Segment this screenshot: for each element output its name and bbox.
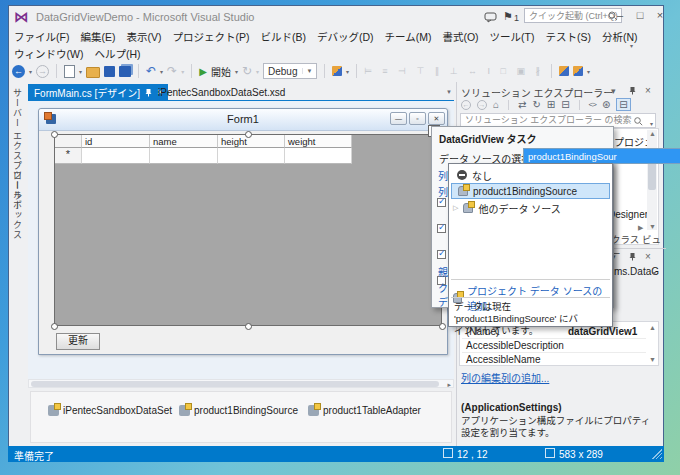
start-debug-label[interactable]: 開始 xyxy=(211,64,231,79)
se-showall-icon[interactable]: ⊞ xyxy=(547,99,555,110)
se-home-icon[interactable]: ⌂ xyxy=(493,99,499,110)
se-refresh-icon[interactable]: ↻ xyxy=(532,99,540,110)
se-preview-toggle-icon[interactable]: ⊟ xyxy=(616,98,630,111)
hscroll-right-icon[interactable]: ▸ xyxy=(447,381,451,389)
menu-format[interactable]: 書式(O) xyxy=(442,29,478,44)
task-frag-edit-columns[interactable]: 列 xyxy=(438,168,448,183)
se-toolbar: ← → ⌂ ⇄ ↻ ⊞ ⊟ <> ⊛ ⊟ xyxy=(461,98,631,111)
menu-view[interactable]: 表示(V) xyxy=(126,29,161,44)
props-scroll-down-icon[interactable]: ▼ xyxy=(649,356,656,363)
props-scroll-up-icon[interactable]: ▲ xyxy=(649,324,656,331)
redo-icon[interactable]: ↷ xyxy=(167,65,177,78)
task-frag-add-query[interactable]: ク xyxy=(438,280,448,295)
menu-edit[interactable]: 編集(E) xyxy=(80,29,115,44)
menu-window[interactable]: ウィンドウ(W) xyxy=(14,46,83,61)
tab-dataset-xsd[interactable]: iPentecSandboxDataSet.xsd xyxy=(150,84,293,100)
task-frag-preview-data[interactable]: デ xyxy=(438,294,448,309)
bring-to-front-icon[interactable] xyxy=(559,66,569,76)
se-back-icon: ← xyxy=(461,100,471,110)
undo-dropdown-icon[interactable]: ▾ xyxy=(160,68,163,75)
maximize-button[interactable]: □ xyxy=(632,8,648,23)
se-properties-icon[interactable]: ⊛ xyxy=(602,99,610,110)
tab-formmain-design[interactable]: FormMain.cs [デザイン] × xyxy=(28,84,168,100)
layout-overflow-icon[interactable]: ▾ xyxy=(587,68,590,75)
menu-overflow-icon[interactable]: ▾ xyxy=(630,42,633,49)
find-in-files-icon[interactable] xyxy=(332,66,342,76)
se-scroll-up-icon[interactable]: ▲ xyxy=(649,130,656,137)
update-button[interactable]: 更新 xyxy=(56,333,100,350)
se-sync-icon[interactable]: ⇄ xyxy=(518,99,526,110)
dataset-icon xyxy=(48,405,59,416)
menu-debug[interactable]: デバッグ(D) xyxy=(317,29,374,44)
selection-handle-topcenter[interactable] xyxy=(245,131,252,138)
start-debug-icon[interactable]: ▶ xyxy=(199,66,207,77)
selection-handle-topleft[interactable] xyxy=(51,131,58,138)
se-vscrollbar[interactable]: ▲ ▼ xyxy=(647,130,657,230)
hscrollbar-thumb[interactable] xyxy=(31,381,439,387)
tray-item-dataset[interactable]: iPentecSandboxDataSet xyxy=(48,405,172,416)
se-menu-dropdown-icon[interactable]: ▾ xyxy=(611,86,616,96)
selection-handle-bottomleft[interactable] xyxy=(51,323,58,330)
send-to-back-icon[interactable] xyxy=(573,66,583,76)
prop-accessiblename-label[interactable]: AccessibleName xyxy=(466,354,540,365)
tray-item-bindingsource[interactable]: product1BindingSource xyxy=(179,405,298,416)
props-object-dropdown-icon[interactable]: ▾ xyxy=(653,269,656,276)
feedback-icon[interactable] xyxy=(484,12,497,23)
se-pin-icon[interactable] xyxy=(629,86,636,95)
se-collapse-icon[interactable]: ⊟ xyxy=(561,99,569,110)
datasource-option-none[interactable]: なし xyxy=(451,167,610,183)
undo-icon[interactable]: ↶ xyxy=(146,65,156,78)
props-pin-icon[interactable] xyxy=(629,252,636,261)
notifications-count[interactable]: 1 xyxy=(514,13,519,23)
datagridview-control[interactable]: id name height weight * xyxy=(54,134,442,326)
selection-handle-bottomcenter[interactable] xyxy=(245,323,252,330)
form1-designer-window[interactable]: Form1 — ▫ ✕ id name height weight * 更新 xyxy=(38,108,448,355)
new-file-dropdown-icon[interactable]: ▾ xyxy=(79,68,82,75)
start-dropdown-icon[interactable]: ▾ xyxy=(235,68,238,75)
document-list-dropdown-icon[interactable]: ▼ xyxy=(446,89,452,95)
solution-configurations-combo[interactable]: Debug ▼ xyxy=(263,63,317,79)
open-file-icon[interactable] xyxy=(86,67,100,78)
menu-tools[interactable]: ツール(T) xyxy=(490,29,535,44)
sidebar-tab-toolbox[interactable]: ツールボックス xyxy=(11,170,24,240)
notifications-flag-icon[interactable]: ⚑ xyxy=(503,10,513,23)
se-viewcode-icon[interactable]: <> xyxy=(589,100,596,109)
grid-cell xyxy=(218,148,285,164)
enable-editing-checkbox[interactable] xyxy=(437,224,446,233)
resize-grip[interactable] xyxy=(652,449,662,459)
tray-item-tableadapter[interactable]: product1TableAdapter xyxy=(308,405,421,416)
close-button[interactable]: × xyxy=(652,8,668,23)
menu-test[interactable]: テスト(S) xyxy=(546,29,592,44)
add-column-link[interactable]: 列の追加... xyxy=(501,370,549,385)
minimize-button[interactable]: – xyxy=(612,8,628,23)
menu-help[interactable]: ヘルプ(H) xyxy=(94,46,140,61)
navigate-back-icon[interactable]: ← xyxy=(12,65,25,78)
back-dropdown-icon[interactable]: ▾ xyxy=(29,68,32,75)
selected-property-description: アプリケーション構成ファイルにプロパティ設定を割り当てます。 xyxy=(461,415,657,439)
menu-build[interactable]: ビルド(B) xyxy=(260,29,306,44)
designer-hscrollbar[interactable]: ▸ xyxy=(28,379,454,388)
selection-handle-bottomright[interactable] xyxy=(439,323,446,330)
expander-icon[interactable]: ▷ xyxy=(453,204,458,212)
menu-project[interactable]: プロジェクト(P) xyxy=(172,29,249,44)
enable-deleting-checkbox[interactable] xyxy=(437,250,446,259)
datasource-option-other[interactable]: ▷ 他のデータ ソース xyxy=(451,200,610,216)
props-close-icon[interactable]: × xyxy=(645,251,651,262)
toolbar-overflow-icon[interactable]: ▾ xyxy=(346,68,349,75)
menu-file[interactable]: ファイル(F) xyxy=(14,29,69,44)
se-scroll-down-icon[interactable]: ▼ xyxy=(649,223,656,230)
se-close-icon[interactable]: × xyxy=(645,85,651,96)
new-file-icon[interactable] xyxy=(64,65,75,78)
menu-team[interactable]: チーム(M) xyxy=(385,29,432,44)
save-all-icon[interactable] xyxy=(119,66,131,77)
enable-adding-checkbox[interactable] xyxy=(437,198,446,207)
datasource-combo[interactable]: product1BindingSour ▼ xyxy=(523,148,680,164)
navigate-forward-icon[interactable]: → xyxy=(36,65,49,78)
prop-accessibledescription-label[interactable]: AccessibleDescription xyxy=(466,340,564,351)
save-icon[interactable] xyxy=(104,66,115,77)
datasource-option-bindingsource[interactable]: product1BindingSource xyxy=(451,183,610,199)
grid-cell xyxy=(150,148,218,164)
quick-launch-input[interactable]: クイック起動 (Ctrl+Q) xyxy=(524,8,622,23)
task-frag-dock-parent[interactable]: 親 xyxy=(438,264,448,279)
se-hscroll-right-icon[interactable]: ▶ xyxy=(638,224,643,232)
